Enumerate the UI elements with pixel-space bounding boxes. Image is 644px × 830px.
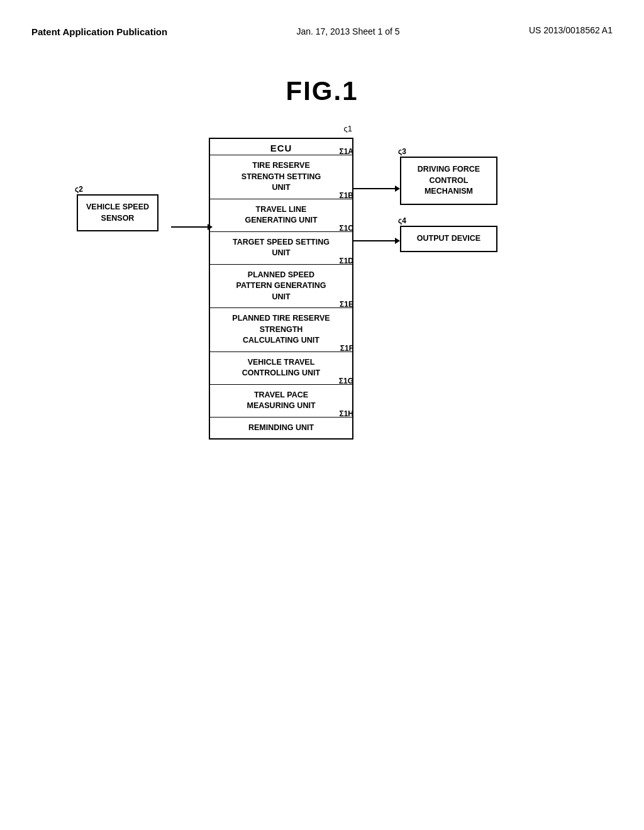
unit-planned-speed-pattern: ς1d PLANNED SPEEDPATTERN GENERATINGUNIT bbox=[210, 265, 352, 309]
publication-label: Patent Application Publication bbox=[31, 25, 167, 38]
unit-planned-tire-reserve: ς1e PLANNED TIRE RESERVESTRENGTHCALCULAT… bbox=[210, 308, 352, 352]
unit-1e-ref: ς1e bbox=[340, 299, 353, 310]
patent-number: US 2013/0018562 A1 bbox=[529, 25, 613, 35]
unit-vehicle-travel-controlling: ς1f VEHICLE TRAVELCONTROLLING UNIT bbox=[210, 352, 352, 385]
unit-1f-ref: ς1f bbox=[340, 343, 353, 354]
unit-reminding: ς1h REMINDING UNIT bbox=[210, 418, 352, 439]
driving-force-box-wrapper: ς3 DRIVING FORCECONTROLMECHANISM bbox=[400, 157, 497, 205]
connector-ecu-output bbox=[353, 240, 397, 241]
unit-travel-pace-measuring: ς1g TRAVEL PACEMEASURING UNIT bbox=[210, 385, 352, 418]
figure-title: FIG.1 bbox=[31, 76, 613, 106]
unit-1a-ref: ς1a bbox=[339, 147, 353, 157]
output-ref-label: ς4 bbox=[398, 216, 406, 226]
unit-1d-ref: ς1d bbox=[339, 256, 353, 267]
driving-force-box: ς3 DRIVING FORCECONTROLMECHANISM bbox=[400, 157, 497, 205]
sensor-ref-label: ς2 bbox=[75, 184, 83, 195]
arrowhead-driving bbox=[395, 185, 400, 192]
output-device-box-wrapper: ς4 OUTPUT DEVICE bbox=[400, 226, 497, 252]
unit-target-speed-setting: ς1c TARGET SPEED SETTINGUNIT bbox=[210, 232, 352, 265]
unit-1b-ref: ς1b bbox=[339, 191, 353, 201]
page-header: Patent Application Publication Jan. 17, … bbox=[31, 25, 613, 38]
connector-ecu-driving bbox=[353, 188, 397, 189]
output-device-box: ς4 OUTPUT DEVICE bbox=[400, 226, 497, 252]
arrowhead-output bbox=[395, 238, 400, 244]
diagram-area: ς2 VEHICLE SPEEDSENSOR ς1 ECU ς1a TIRE R… bbox=[31, 138, 613, 609]
unit-travel-line-generating: ς1b TRAVEL LINEGENERATING UNIT bbox=[210, 199, 352, 232]
ecu-title: ECU bbox=[210, 139, 352, 155]
ecu-outer-box: ECU ς1a TIRE RESERVESTRENGTH SETTINGUNIT… bbox=[209, 138, 353, 440]
diagram-wrapper: ς2 VEHICLE SPEEDSENSOR ς1 ECU ς1a TIRE R… bbox=[52, 138, 592, 609]
vehicle-speed-sensor-box: ς2 VEHICLE SPEEDSENSOR bbox=[77, 194, 158, 231]
date-sheet-label: Jan. 17, 2013 Sheet 1 of 5 bbox=[296, 25, 399, 38]
ecu-ref-label: ς1 bbox=[344, 124, 353, 133]
driving-ref-label: ς3 bbox=[398, 147, 406, 157]
unit-1h-ref: ς1h bbox=[339, 409, 353, 419]
connector-sensor-ecu bbox=[171, 226, 210, 228]
sensor-label: VEHICLE SPEEDSENSOR bbox=[86, 202, 149, 223]
unit-1c-ref: ς1c bbox=[339, 223, 353, 234]
unit-tire-reserve-setting: ς1a TIRE RESERVESTRENGTH SETTINGUNIT bbox=[210, 155, 352, 199]
unit-1g-ref: ς1g bbox=[339, 376, 353, 387]
ecu-container: ς1 ECU ς1a TIRE RESERVESTRENGTH SETTINGU… bbox=[209, 138, 353, 440]
